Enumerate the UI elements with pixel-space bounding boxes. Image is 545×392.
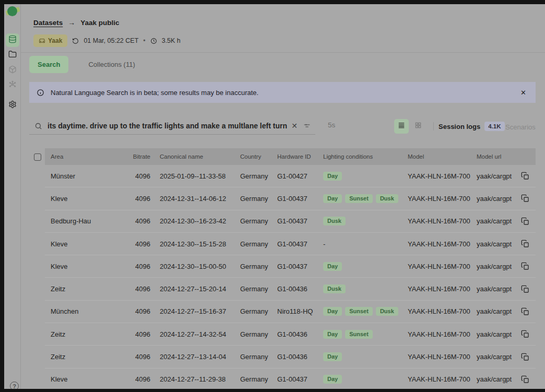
results-table: AreaBitrateCanonical nameCountryHardware… (45, 148, 536, 389)
sidebar-item-settings[interactable] (6, 99, 19, 112)
cell-model_url: yaak/cargpt (477, 353, 518, 361)
sidebar-item-datasets[interactable] (6, 33, 19, 47)
lighting-tag: Sunset (345, 194, 373, 203)
cell-bitrate: 4096 (129, 240, 150, 248)
tab-collections[interactable]: Collections (11) (80, 56, 143, 73)
copy-icon[interactable] (521, 330, 529, 338)
cell-canonical: 2024-12-27--14-32-54 (150, 330, 240, 338)
search-latency: 5s (328, 121, 335, 129)
cell-model: YAAK-HLN-16M-700 (408, 285, 477, 293)
meta-separator: • (143, 37, 145, 44)
list-view-button[interactable] (394, 119, 409, 134)
help-icon[interactable]: ? (10, 382, 19, 389)
sidebar-item-models[interactable] (6, 64, 19, 77)
cell-model_url: yaak/cargpt (477, 375, 518, 383)
cube-icon (8, 65, 17, 76)
lighting-tag: Dusk (323, 284, 346, 293)
copy-icon[interactable] (521, 194, 529, 203)
cell-canonical: 2024-12-27--13-14-04 (150, 353, 240, 361)
table-row[interactable]: Kleve40962024-12-30--15-15-28GermanyG1-0… (45, 233, 536, 255)
copy-icon[interactable] (521, 172, 529, 180)
cell-bitrate: 4096 (129, 285, 150, 293)
cell-country: Germany (240, 330, 277, 338)
cell-lighting: DaySunsetDusk (323, 194, 408, 203)
cell-hardware: G1-00427 (277, 172, 323, 180)
table-row[interactable]: Münster40962025-01-09--11-33-58GermanyG1… (45, 165, 536, 187)
cell-model: YAAK-HLN-16M-700 (408, 375, 477, 383)
search-input[interactable] (48, 122, 287, 130)
table-row[interactable]: Kleve40962024-12-27--11-29-38GermanyG1-0… (45, 369, 536, 389)
clear-search-icon[interactable]: ✕ (287, 122, 302, 130)
column-header-model_url: Model url (477, 153, 518, 160)
lighting-tag: Day (323, 375, 342, 384)
view-toggle-group (393, 118, 426, 135)
table-row[interactable]: München40962024-12-27--15-16-37GermanyNi… (45, 301, 536, 323)
table-row[interactable]: Kleve40962024-12-30--15-00-50GermanyG1-0… (45, 255, 536, 278)
column-header-area: Area (51, 153, 129, 160)
cell-model: YAAK-HLN-16M-700 (408, 217, 477, 225)
tab-bar: Search Collections (11) (29, 56, 144, 73)
clock-icon (150, 38, 157, 44)
copy-icon[interactable] (521, 307, 529, 316)
cell-model_url: yaak/cargpt (477, 240, 518, 248)
sidebar-item-collections[interactable] (6, 49, 19, 62)
cell-hardware: Niro118-HQ (277, 307, 323, 315)
cell-area: Kleve (51, 240, 129, 248)
breadcrumb-datasets-link[interactable]: Datasets (33, 19, 63, 27)
network-icon (8, 80, 17, 91)
column-header-hardware: Hardware ID (277, 153, 323, 160)
banner-close-icon[interactable]: ✕ (518, 88, 528, 98)
cell-country: Germany (240, 240, 277, 248)
cell-model_url: yaak/cargpt (477, 307, 518, 315)
copy-icon[interactable] (521, 217, 529, 225)
table-row[interactable]: Zeitz40962024-12-27--14-32-54GermanyG1-0… (45, 323, 536, 346)
scenarios-toggle[interactable]: Scenarios (505, 123, 536, 131)
cell-hardware: G1-00437 (277, 263, 323, 270)
cell-model: YAAK-HLN-16M-700 (408, 263, 477, 270)
filter-lines-icon[interactable] (302, 122, 315, 130)
cell-hardware: G1-00436 (277, 285, 323, 293)
cell-lighting: DaySunset (323, 330, 408, 339)
column-header-canonical: Canonical name (150, 153, 240, 160)
cell-copy (518, 375, 536, 384)
cell-area: Münster (51, 172, 129, 180)
copy-icon[interactable] (521, 240, 529, 248)
sidebar-item-graph[interactable] (6, 79, 19, 92)
cell-copy (518, 172, 536, 180)
table-row[interactable]: Bedburg-Hau40962024-12-30--16-23-42Germa… (45, 210, 536, 233)
cell-copy (518, 217, 536, 225)
copy-icon[interactable] (521, 375, 529, 384)
list-view-icon (398, 122, 405, 131)
copy-icon[interactable] (521, 285, 529, 293)
lighting-tag: Dusk (323, 217, 346, 225)
cell-canonical: 2024-12-30--15-00-50 (150, 263, 240, 270)
table-row[interactable]: Kleve40962024-12-31--14-06-12GermanyG1-0… (45, 187, 536, 210)
app-logo[interactable] (6, 6, 20, 17)
table-row[interactable]: Zeitz40962024-12-27--15-20-14GermanyG1-0… (45, 278, 536, 300)
select-all-checkbox[interactable] (34, 153, 41, 161)
breadcrumb-arrow-icon: → (68, 18, 75, 27)
lighting-tag: Day (323, 330, 342, 339)
grid-view-button[interactable] (411, 119, 425, 134)
cell-bitrate: 4096 (129, 263, 150, 270)
session-logs-toggle[interactable]: Session logs 4.1K (439, 122, 505, 131)
database-icon (8, 35, 17, 45)
cell-bitrate: 4096 (129, 217, 150, 225)
copy-icon[interactable] (521, 353, 529, 361)
cell-model: YAAK-HLN-16M-700 (408, 330, 477, 338)
org-badge[interactable]: Yaak (33, 34, 67, 47)
table-header-row: AreaBitrateCanonical nameCountryHardware… (45, 148, 536, 165)
tab-search[interactable]: Search (29, 56, 68, 73)
cell-model: YAAK-HLN-16M-700 (408, 353, 477, 361)
cell-copy (518, 194, 536, 203)
cell-area: Zeitz (51, 285, 129, 293)
cell-model: YAAK-HLN-16M-700 (408, 195, 477, 203)
column-header-country: Country (240, 153, 277, 160)
lighting-tag: Dusk (376, 307, 398, 316)
copy-icon[interactable] (521, 262, 529, 270)
cell-canonical: 2024-12-27--15-16-37 (150, 307, 240, 315)
cell-copy (518, 353, 536, 361)
table-row[interactable]: Zeitz40962024-12-27--13-14-04GermanyG1-0… (45, 346, 536, 368)
cell-country: Germany (240, 375, 277, 383)
cell-lighting: Day (323, 352, 408, 361)
